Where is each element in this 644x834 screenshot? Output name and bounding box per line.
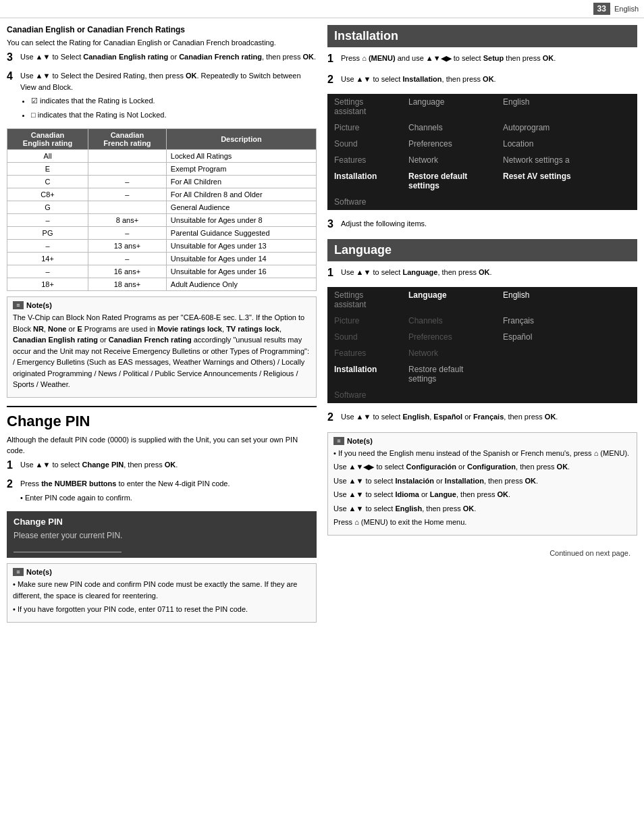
table-cell: All [7,150,88,163]
change-pin-heading: Change PIN [7,413,317,430]
bullet-not-locked: □ indicates that the Rating is Not Locke… [31,109,317,121]
table-row: –8 ans+Unsuitable for Ages under 8 [7,214,317,227]
menu1-row-4: Features Network Network settings a [327,152,637,168]
menu2-col1-4: Features [327,345,402,361]
table-cell: E [7,163,88,176]
menu1-col3-1: English [496,94,637,120]
table-cell: C8+ [7,188,88,201]
table-row: –16 ans+Unsuitable for Ages under 16 [7,265,317,278]
lang-step-1-block: 1 Use ▲▼ to select Language, then press … [327,267,637,281]
step-4-number: 4 [7,70,13,82]
lang-step-1-content: Use ▲▼ to select Language, then press OK… [341,267,637,278]
menu1-col2-3: Preferences [402,136,496,152]
pin-box-title: Change PIN [14,517,310,527]
table-cell: – [88,176,167,188]
pin-note-text-2: • If you have forgotten your PIN code, e… [13,604,311,615]
pin-input-line[interactable] [14,543,122,552]
install-step-2-text: Use ▲▼ to select Installation, then pres… [341,74,637,85]
table-cell: For All Children 8 and Older [166,188,316,201]
canadian-note-box: ≡ Note(s) The V-Chip can Block Non Rated… [7,296,317,398]
install-step-2-number: 2 [327,74,333,86]
step-4-bullets: ☑ indicates that the Rating is Locked. □… [31,95,317,120]
table-cell: G [7,201,88,214]
menu2-col2-2: Channels [402,313,496,329]
install-step-1-text: Press ⌂ (MENU) and use ▲▼◀▶ to select Se… [341,53,637,64]
table-cell: – [88,188,167,201]
section-divider [7,406,317,407]
lang-note-text-3: Use ▲▼ to select Instalación or Installa… [333,475,631,487]
menu1-col3-4: Network settings a [496,152,637,168]
lang-note-text-4: Use ▲▼ to select Idioma or Langue, then … [333,489,631,500]
table-cell: General Audience [166,201,316,214]
menu2-row-3: Sound Preferences Español [327,329,637,345]
menu2-col3-4 [496,345,637,361]
table-cell: – [7,214,88,227]
canadian-intro: You can select the Rating for Canadian E… [7,37,317,49]
table-cell: Unsuitable for Ages under 13 [166,240,316,253]
settings-menu-1: Settings assistant Language English Pict… [327,94,637,210]
menu2-col3-3: Español [496,329,637,345]
pin-step-1-block: 1 Use ▲▼ to select Change PIN, then pres… [7,459,317,473]
table-row: EExempt Program [7,163,317,176]
pin-input-box: Change PIN Please enter your current PIN… [7,511,317,558]
pin-step-2-text: Press the NUMBER buttons to enter the Ne… [20,478,317,490]
menu1-col1-6: Software [327,194,402,210]
settings-menu-2-table: Settings assistant Language English Pict… [327,287,637,403]
menu2-col1-1: Settings assistant [327,287,402,313]
menu2-col3-1: English [496,287,637,313]
language-section: Language 1 Use ▲▼ to select Language, th… [327,239,637,536]
table-cell: – [88,253,167,265]
install-step-1-number: 1 [327,53,333,65]
table-cell: Locked All Ratings [166,150,316,163]
pin-step-1-text: Use ▲▼ to select Change PIN, then press … [20,459,317,471]
menu1-col1-5: Installation [327,168,402,194]
table-cell: PG [7,227,88,240]
table-cell: Unsuitable for Ages under 14 [166,253,316,265]
canadian-note-header: ≡ Note(s) [13,301,311,309]
table-header-description: Description [166,129,316,150]
lang-note-text-5: Use ▲▼ to select English, then press OK. [333,503,631,515]
install-step-3-text: Adjust the following items. [341,218,637,230]
canadian-note-text: The V-Chip can Block Non Rated Programs … [13,312,311,390]
pin-note-header: ≡ Note(s) [13,568,311,576]
pin-step-1-number: 1 [7,459,13,471]
menu2-col1-3: Sound [327,329,402,345]
table-cell: Unsuitable for Ages under 16 [166,265,316,278]
table-row: AllLocked All Ratings [7,150,317,163]
pin-step-2-content: Press the NUMBER buttons to enter the Ne… [20,478,317,503]
install-step-1-content: Press ⌂ (MENU) and use ▲▼◀▶ to select Se… [341,53,637,64]
install-step-2-block: 2 Use ▲▼ to select Installation, then pr… [327,74,637,88]
menu1-col3-6 [496,194,637,210]
pin-note-icon: ≡ [13,568,24,576]
table-cell: Parental Guidance Suggested [166,227,316,240]
menu2-col3-6 [496,387,637,403]
lang-step-2-content: Use ▲▼ to select English, Español or Fra… [341,411,637,423]
change-pin-section: Change PIN Although the default PIN code… [7,413,317,623]
table-cell [88,150,167,163]
table-cell [88,201,167,214]
pin-note-label: Note(s) [26,568,52,576]
canadian-section: Canadian English or Canadian French Rati… [7,25,317,398]
menu1-row-2: Picture Channels Autoprogram [327,120,637,136]
settings-menu-2: Settings assistant Language English Pict… [327,287,637,403]
table-cell [88,163,167,176]
table-cell: Exempt Program [166,163,316,176]
menu1-col3-3: Location [496,136,637,152]
bullet-locked: ☑ indicates that the Rating is Locked. [31,95,317,107]
table-row: –13 ans+Unsuitable for Ages under 13 [7,240,317,253]
table-cell: – [7,265,88,278]
menu1-row-6: Software [327,194,637,210]
menu1-row-1: Settings assistant Language English [327,94,637,120]
menu2-row-2: Picture Channels Français [327,313,637,329]
table-row: 18+18 ans+Adult Audience Only [7,278,317,291]
table-row: 14+–Unsuitable for Ages under 14 [7,253,317,265]
step-4-text: Use ▲▼ to Select the Desired Rating, the… [20,70,317,93]
menu2-col1-2: Picture [327,313,402,329]
canadian-note-label: Note(s) [26,301,52,309]
pin-note-text-1: • Make sure new PIN code and confirm PIN… [13,579,311,601]
step-3-number: 3 [7,51,13,63]
lang-step-2-block: 2 Use ▲▼ to select English, Español or F… [327,411,637,425]
menu1-col1-3: Sound [327,136,402,152]
menu1-col3-2: Autoprogram [496,120,637,136]
table-cell: 8 ans+ [88,214,167,227]
